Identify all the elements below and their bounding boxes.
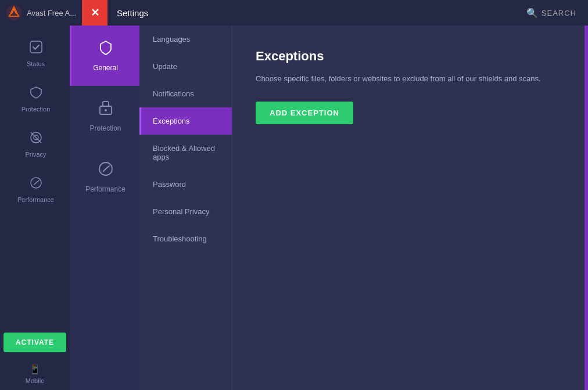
mid-performance-label: Performance	[85, 185, 126, 193]
performance-icon	[30, 176, 42, 193]
page-title: Exceptions	[256, 49, 561, 64]
left-nav: Status Protection Privacy	[0, 26, 70, 390]
avast-logo-icon	[6, 5, 22, 21]
svg-rect-1	[30, 41, 42, 53]
mid-nav-item-protection[interactable]: Protection	[70, 86, 139, 146]
protection-label: Protection	[21, 106, 51, 113]
svg-rect-8	[103, 102, 109, 106]
search-area[interactable]: 🔍 SEARCH	[526, 8, 588, 19]
svg-point-10	[105, 109, 107, 111]
sidebar-item-privacy[interactable]: Privacy	[0, 122, 70, 167]
status-label: Status	[27, 60, 45, 67]
sub-menu: Languages Update Notifications Exception…	[139, 26, 232, 390]
general-label: General	[93, 64, 118, 72]
app-name: Avast Free A...	[27, 9, 76, 17]
content-area: Exceptions Choose specific files, folder…	[232, 26, 585, 390]
mid-protection-icon	[98, 100, 114, 120]
performance-label: Performance	[17, 196, 54, 203]
sub-menu-item-troubleshooting[interactable]: Troubleshooting	[139, 225, 232, 252]
sidebar-item-protection[interactable]: Protection	[0, 77, 70, 122]
close-button[interactable]: ✕	[82, 0, 107, 26]
settings-title: Settings	[107, 8, 157, 18]
general-icon	[98, 39, 114, 59]
mobile-label: Mobile	[26, 377, 44, 384]
privacy-label: Privacy	[25, 151, 46, 158]
mobile-icon: 📱	[29, 364, 41, 375]
sub-menu-item-languages[interactable]: Languages	[139, 26, 232, 53]
search-icon: 🔍	[526, 8, 538, 19]
svg-line-7	[34, 183, 36, 185]
topbar: Avast Free A... ✕ Settings 🔍 SEARCH	[0, 0, 588, 26]
close-icon: ✕	[91, 6, 99, 19]
activate-button[interactable]: ACTIVATE	[3, 333, 66, 352]
mid-performance-icon	[98, 161, 114, 180]
status-icon	[30, 41, 42, 57]
sidebar-item-status[interactable]: Status	[0, 31, 70, 77]
svg-line-6	[36, 180, 39, 183]
mid-nav-item-performance[interactable]: Performance	[70, 147, 139, 207]
sub-menu-item-password[interactable]: Password	[139, 171, 232, 198]
sidebar-item-performance[interactable]: Performance	[0, 167, 70, 212]
sub-menu-item-exceptions[interactable]: Exceptions	[139, 107, 232, 135]
scrollbar-accent	[585, 26, 588, 390]
sub-menu-item-blocked-allowed[interactable]: Blocked & Allowed apps	[139, 135, 232, 171]
search-label: SEARCH	[542, 9, 576, 17]
add-exception-button[interactable]: ADD EXCEPTION	[256, 102, 353, 124]
sub-menu-item-personal-privacy[interactable]: Personal Privacy	[139, 198, 232, 225]
mid-protection-label: Protection	[89, 124, 121, 132]
mid-nav-item-general[interactable]: General	[70, 26, 139, 86]
sub-menu-item-update[interactable]: Update	[139, 53, 232, 80]
sidebar-item-mobile[interactable]: 📱 Mobile	[0, 358, 70, 390]
main-layout: Status Protection Privacy	[0, 26, 588, 390]
app-logo: Avast Free A...	[0, 5, 82, 21]
mid-nav: General Protection Performance	[70, 26, 139, 390]
sub-menu-item-notifications[interactable]: Notifications	[139, 80, 232, 107]
svg-line-12	[106, 166, 109, 169]
privacy-icon	[30, 131, 42, 147]
svg-line-13	[103, 169, 106, 171]
protection-icon	[30, 86, 42, 102]
page-description: Choose specific files, folders or websit…	[256, 73, 558, 85]
